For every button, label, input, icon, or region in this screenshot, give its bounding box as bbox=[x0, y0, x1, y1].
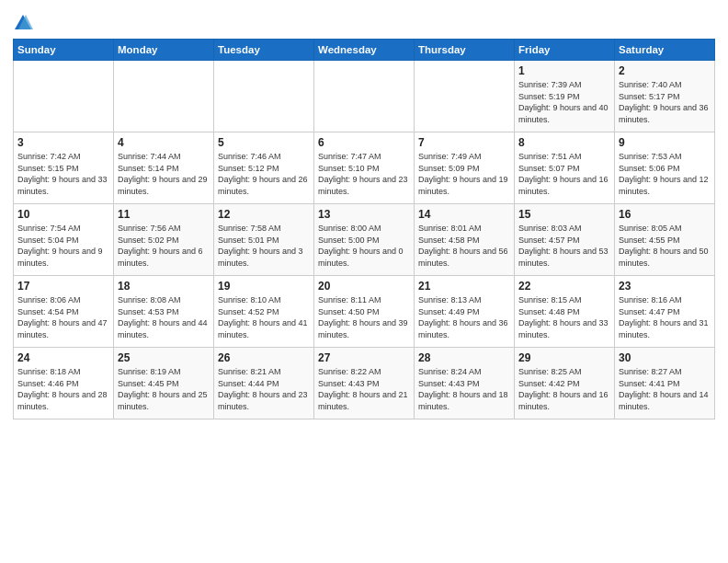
calendar-cell bbox=[415, 61, 515, 132]
calendar-cell: 17Sunrise: 8:06 AMSunset: 4:54 PMDayligh… bbox=[14, 276, 114, 348]
day-number: 17 bbox=[17, 280, 109, 293]
day-number: 4 bbox=[118, 136, 210, 149]
day-number: 13 bbox=[318, 208, 410, 221]
day-number: 15 bbox=[518, 208, 610, 221]
day-info: Sunrise: 7:54 AMSunset: 5:04 PMDaylight:… bbox=[17, 224, 103, 268]
day-info: Sunrise: 8:15 AMSunset: 4:48 PMDaylight:… bbox=[518, 295, 609, 339]
calendar-cell: 29Sunrise: 8:25 AMSunset: 4:42 PMDayligh… bbox=[515, 348, 615, 419]
day-number: 14 bbox=[418, 208, 510, 221]
calendar-cell: 26Sunrise: 8:21 AMSunset: 4:44 PMDayligh… bbox=[214, 348, 314, 419]
day-number: 28 bbox=[418, 351, 510, 364]
day-info: Sunrise: 8:21 AMSunset: 4:44 PMDaylight:… bbox=[218, 367, 308, 411]
day-info: Sunrise: 7:53 AMSunset: 5:06 PMDaylight:… bbox=[619, 152, 709, 196]
calendar-cell: 15Sunrise: 8:03 AMSunset: 4:57 PMDayligh… bbox=[515, 204, 615, 276]
calendar-cell: 16Sunrise: 8:05 AMSunset: 4:55 PMDayligh… bbox=[615, 204, 715, 276]
calendar-cell: 27Sunrise: 8:22 AMSunset: 4:43 PMDayligh… bbox=[314, 348, 415, 419]
weekday-header-saturday: Saturday bbox=[615, 40, 715, 61]
day-info: Sunrise: 8:13 AMSunset: 4:49 PMDaylight:… bbox=[418, 295, 508, 339]
weekday-header-wednesday: Wednesday bbox=[314, 40, 415, 61]
day-number: 2 bbox=[619, 64, 711, 77]
calendar-week-1: 1Sunrise: 7:39 AMSunset: 5:19 PMDaylight… bbox=[14, 61, 715, 132]
weekday-header-sunday: Sunday bbox=[14, 40, 114, 61]
day-number: 8 bbox=[518, 136, 610, 149]
day-info: Sunrise: 8:10 AMSunset: 4:52 PMDaylight:… bbox=[218, 295, 308, 339]
day-number: 10 bbox=[17, 208, 109, 221]
day-number: 19 bbox=[218, 280, 310, 293]
weekday-header-friday: Friday bbox=[515, 40, 615, 61]
calendar-cell: 25Sunrise: 8:19 AMSunset: 4:45 PMDayligh… bbox=[114, 348, 214, 419]
day-info: Sunrise: 8:05 AMSunset: 4:55 PMDaylight:… bbox=[619, 224, 709, 268]
day-info: Sunrise: 8:08 AMSunset: 4:53 PMDaylight:… bbox=[118, 295, 208, 339]
calendar-cell: 19Sunrise: 8:10 AMSunset: 4:52 PMDayligh… bbox=[214, 276, 314, 348]
day-number: 21 bbox=[418, 280, 510, 293]
day-number: 16 bbox=[619, 208, 711, 221]
day-number: 24 bbox=[17, 351, 109, 364]
calendar-cell: 11Sunrise: 7:56 AMSunset: 5:02 PMDayligh… bbox=[114, 204, 214, 276]
calendar-cell: 18Sunrise: 8:08 AMSunset: 4:53 PMDayligh… bbox=[114, 276, 214, 348]
calendar-cell bbox=[14, 61, 114, 132]
day-info: Sunrise: 8:01 AMSunset: 4:58 PMDaylight:… bbox=[418, 224, 508, 268]
day-info: Sunrise: 8:25 AMSunset: 4:42 PMDaylight:… bbox=[518, 367, 609, 411]
day-info: Sunrise: 7:39 AMSunset: 5:19 PMDaylight:… bbox=[518, 80, 609, 124]
day-number: 29 bbox=[518, 351, 610, 364]
calendar-cell: 23Sunrise: 8:16 AMSunset: 4:47 PMDayligh… bbox=[615, 276, 715, 348]
day-info: Sunrise: 7:49 AMSunset: 5:09 PMDaylight:… bbox=[418, 152, 508, 196]
day-number: 6 bbox=[318, 136, 410, 149]
header bbox=[13, 9, 715, 33]
day-info: Sunrise: 8:19 AMSunset: 4:45 PMDaylight:… bbox=[118, 367, 208, 411]
calendar-cell: 22Sunrise: 8:15 AMSunset: 4:48 PMDayligh… bbox=[515, 276, 615, 348]
day-info: Sunrise: 8:16 AMSunset: 4:47 PMDaylight:… bbox=[619, 295, 709, 339]
calendar-cell bbox=[314, 61, 415, 132]
weekday-header-thursday: Thursday bbox=[415, 40, 515, 61]
day-number: 30 bbox=[619, 351, 711, 364]
calendar-cell: 20Sunrise: 8:11 AMSunset: 4:50 PMDayligh… bbox=[314, 276, 415, 348]
calendar-week-3: 10Sunrise: 7:54 AMSunset: 5:04 PMDayligh… bbox=[14, 204, 715, 276]
day-number: 26 bbox=[218, 351, 310, 364]
day-info: Sunrise: 7:46 AMSunset: 5:12 PMDaylight:… bbox=[218, 152, 308, 196]
calendar-cell bbox=[214, 61, 314, 132]
day-info: Sunrise: 7:58 AMSunset: 5:01 PMDaylight:… bbox=[218, 224, 303, 268]
day-number: 9 bbox=[619, 136, 711, 149]
calendar-cell: 6Sunrise: 7:47 AMSunset: 5:10 PMDaylight… bbox=[314, 132, 415, 204]
calendar-cell: 12Sunrise: 7:58 AMSunset: 5:01 PMDayligh… bbox=[214, 204, 314, 276]
day-number: 3 bbox=[17, 136, 109, 149]
calendar-cell bbox=[114, 61, 214, 132]
weekday-header-monday: Monday bbox=[114, 40, 214, 61]
day-info: Sunrise: 8:18 AMSunset: 4:46 PMDaylight:… bbox=[17, 367, 108, 411]
day-info: Sunrise: 8:22 AMSunset: 4:43 PMDaylight:… bbox=[318, 367, 408, 411]
calendar-week-4: 17Sunrise: 8:06 AMSunset: 4:54 PMDayligh… bbox=[14, 276, 715, 348]
calendar-cell: 24Sunrise: 8:18 AMSunset: 4:46 PMDayligh… bbox=[14, 348, 114, 419]
calendar-cell: 10Sunrise: 7:54 AMSunset: 5:04 PMDayligh… bbox=[14, 204, 114, 276]
day-info: Sunrise: 7:44 AMSunset: 5:14 PMDaylight:… bbox=[118, 152, 208, 196]
day-number: 7 bbox=[418, 136, 510, 149]
day-info: Sunrise: 8:27 AMSunset: 4:41 PMDaylight:… bbox=[619, 367, 709, 411]
calendar-cell: 14Sunrise: 8:01 AMSunset: 4:58 PMDayligh… bbox=[415, 204, 515, 276]
day-info: Sunrise: 7:40 AMSunset: 5:17 PMDaylight:… bbox=[619, 80, 709, 124]
day-number: 5 bbox=[218, 136, 310, 149]
day-number: 22 bbox=[518, 280, 610, 293]
calendar-week-2: 3Sunrise: 7:42 AMSunset: 5:15 PMDaylight… bbox=[14, 132, 715, 204]
logo-icon bbox=[13, 13, 33, 33]
day-number: 1 bbox=[518, 64, 610, 77]
calendar-cell: 8Sunrise: 7:51 AMSunset: 5:07 PMDaylight… bbox=[515, 132, 615, 204]
day-info: Sunrise: 8:03 AMSunset: 4:57 PMDaylight:… bbox=[518, 224, 609, 268]
day-info: Sunrise: 8:11 AMSunset: 4:50 PMDaylight:… bbox=[318, 295, 408, 339]
day-number: 25 bbox=[118, 351, 210, 364]
calendar-cell: 9Sunrise: 7:53 AMSunset: 5:06 PMDaylight… bbox=[615, 132, 715, 204]
calendar-cell: 2Sunrise: 7:40 AMSunset: 5:17 PMDaylight… bbox=[615, 61, 715, 132]
calendar-cell: 21Sunrise: 8:13 AMSunset: 4:49 PMDayligh… bbox=[415, 276, 515, 348]
logo bbox=[13, 13, 35, 33]
calendar-body: 1Sunrise: 7:39 AMSunset: 5:19 PMDaylight… bbox=[14, 61, 715, 419]
calendar-week-5: 24Sunrise: 8:18 AMSunset: 4:46 PMDayligh… bbox=[14, 348, 715, 419]
day-info: Sunrise: 7:47 AMSunset: 5:10 PMDaylight:… bbox=[318, 152, 408, 196]
day-number: 12 bbox=[218, 208, 310, 221]
day-number: 18 bbox=[118, 280, 210, 293]
day-info: Sunrise: 8:06 AMSunset: 4:54 PMDaylight:… bbox=[17, 295, 108, 339]
weekday-header-tuesday: Tuesday bbox=[214, 40, 314, 61]
calendar-cell: 3Sunrise: 7:42 AMSunset: 5:15 PMDaylight… bbox=[14, 132, 114, 204]
day-info: Sunrise: 7:42 AMSunset: 5:15 PMDaylight:… bbox=[17, 152, 108, 196]
calendar-cell: 30Sunrise: 8:27 AMSunset: 4:41 PMDayligh… bbox=[615, 348, 715, 419]
calendar-cell: 4Sunrise: 7:44 AMSunset: 5:14 PMDaylight… bbox=[114, 132, 214, 204]
calendar-table: SundayMondayTuesdayWednesdayThursdayFrid… bbox=[13, 39, 715, 419]
day-info: Sunrise: 8:00 AMSunset: 5:00 PMDaylight:… bbox=[318, 224, 404, 268]
